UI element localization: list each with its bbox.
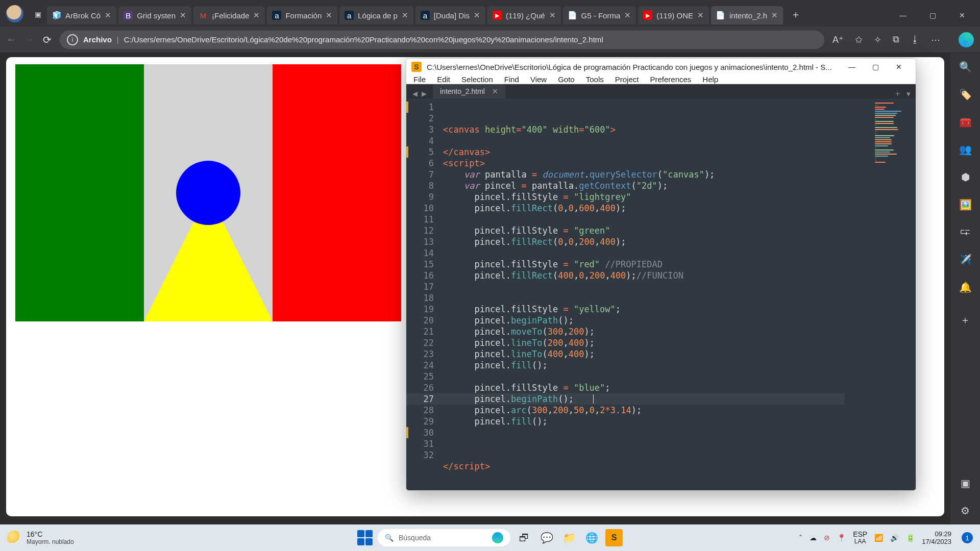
close-icon[interactable]: ✕ xyxy=(180,11,186,20)
taskview-icon[interactable]: 🗗 xyxy=(516,529,533,546)
tab-g5[interactable]: 📄 G5 - Forma ✕ xyxy=(563,6,636,24)
maximize-button[interactable]: ▢ xyxy=(864,59,887,75)
editor-code[interactable]: <canvas height="400" width="600"> </canv… xyxy=(440,98,875,491)
canvas-output xyxy=(15,64,401,321)
add-icon[interactable]: ＋ xyxy=(959,313,972,327)
volume-icon[interactable]: 🔊 xyxy=(890,534,899,542)
sublime-filetab[interactable]: intento_2.html ✕ xyxy=(433,84,505,98)
address-bar[interactable]: i Archivo | C:/Users/ernes/OneDrive/Escr… xyxy=(60,31,824,49)
close-icon[interactable]: ✕ xyxy=(253,11,260,20)
edge-sidebar: 🔍 🏷️ 🧰 👥 ⬢ 🖼️ ⮓ ✈️ 🔔 ＋ ▣ ⚙ xyxy=(950,53,980,524)
clock[interactable]: 09:29 17/4/2023 xyxy=(922,530,951,545)
close-icon[interactable]: ✕ xyxy=(326,11,332,20)
sublime-titlebar[interactable]: S C:\Users\ernes\OneDrive\Escritorio\Lóg… xyxy=(406,59,916,75)
close-icon[interactable]: ✕ xyxy=(474,11,480,20)
refresh-button[interactable]: ⟳ xyxy=(43,34,52,46)
close-icon[interactable]: ✕ xyxy=(105,11,111,20)
alerts-icon[interactable]: 🔔 xyxy=(959,281,972,294)
close-icon[interactable]: ✕ xyxy=(492,87,498,95)
lang-top[interactable]: ESP xyxy=(853,531,867,538)
onedrive-icon[interactable]: ☁ xyxy=(810,534,817,542)
menu-selection[interactable]: Selection xyxy=(461,75,493,84)
favorites-bar-icon[interactable]: ✧ xyxy=(874,34,881,45)
browser-toolbar: ← → ⟳ i Archivo | C:/Users/ernes/OneDriv… xyxy=(0,27,980,53)
tab-youtube-2[interactable]: ▶ (119) ONE ✕ xyxy=(638,6,709,24)
wifi-icon[interactable]: 📶 xyxy=(874,534,883,542)
filetab-label: intento_2.html xyxy=(440,87,485,95)
more-icon[interactable]: ⋯ xyxy=(931,34,940,45)
close-icon[interactable]: ✕ xyxy=(697,11,704,20)
notification-badge[interactable]: 1 xyxy=(962,532,973,543)
sublime-taskbar-icon[interactable]: S xyxy=(605,529,623,546)
close-button[interactable]: ✕ xyxy=(887,59,911,75)
security-icon[interactable]: ⊘ xyxy=(824,534,830,542)
tab-alura-logica[interactable]: a Lógica de p ✕ xyxy=(339,6,413,24)
send-icon[interactable]: ✈️ xyxy=(959,253,972,266)
games-icon[interactable]: ⬢ xyxy=(959,170,972,184)
tab-prev-icon[interactable]: ◀ xyxy=(410,89,420,98)
search-icon[interactable]: 🔍 xyxy=(959,60,972,73)
minimize-button[interactable]: ― xyxy=(840,59,864,75)
weather-temp: 16°C xyxy=(27,530,74,538)
menu-file[interactable]: File xyxy=(413,75,426,84)
menu-help[interactable]: Help xyxy=(702,75,718,84)
close-icon[interactable]: ✕ xyxy=(402,11,408,20)
site-info-icon[interactable]: i xyxy=(67,34,78,45)
read-aloud-icon[interactable]: A⁺ xyxy=(832,34,844,45)
editor-minimap[interactable] xyxy=(875,98,916,491)
lang-bot[interactable]: LAA xyxy=(854,538,866,545)
close-icon[interactable]: ✕ xyxy=(549,11,556,20)
tab-alura-duda[interactable]: a [Duda] Dis ✕ xyxy=(415,6,485,24)
back-button[interactable]: ← xyxy=(6,34,16,45)
workspaces-icon[interactable]: ▣ xyxy=(30,6,46,22)
menu-tools[interactable]: Tools xyxy=(586,75,604,84)
tab-youtube-1[interactable]: ▶ (119) ¿Qué ✕ xyxy=(487,6,561,24)
close-icon[interactable]: ✕ xyxy=(624,11,631,20)
favorite-icon[interactable]: ✩ xyxy=(855,34,863,45)
profile-avatar[interactable] xyxy=(6,5,23,22)
canvas-svg xyxy=(15,64,401,321)
chevron-up-icon[interactable]: ˄ xyxy=(799,534,802,542)
tools-icon[interactable]: 🧰 xyxy=(959,115,972,129)
start-button[interactable] xyxy=(357,530,373,545)
people-icon[interactable]: 👥 xyxy=(959,143,972,156)
tab-gmail[interactable]: M ¡Felicidade ✕ xyxy=(193,6,265,24)
battery-icon[interactable]: 🔋 xyxy=(906,534,915,542)
menu-edit[interactable]: Edit xyxy=(437,75,450,84)
menu-view[interactable]: View xyxy=(530,75,547,84)
menu-project[interactable]: Project xyxy=(615,75,639,84)
shopping-icon[interactable]: 🏷️ xyxy=(959,88,972,101)
images-icon[interactable]: 🖼️ xyxy=(959,198,972,211)
explorer-icon[interactable]: 📁 xyxy=(560,529,578,546)
bing-icon[interactable] xyxy=(959,32,974,47)
weather-widget[interactable]: 16°C Mayorm. nublado xyxy=(7,530,74,545)
close-icon[interactable]: ✕ xyxy=(771,11,778,20)
tab-alura-formacion[interactable]: a Formación ✕ xyxy=(267,6,337,24)
close-button[interactable]: ✕ xyxy=(947,5,977,26)
menu-find[interactable]: Find xyxy=(504,75,519,84)
tab-arbrok[interactable]: 🧊 ArBrok Có ✕ xyxy=(47,6,116,24)
panel-icon[interactable]: ▣ xyxy=(959,477,972,490)
sublime-editor[interactable]: 1234567891011121314151617181920212223242… xyxy=(406,98,916,491)
collections-icon[interactable]: ⧉ xyxy=(893,34,899,45)
chat-icon[interactable]: 💬 xyxy=(538,529,555,546)
tab-next-icon[interactable]: ▶ xyxy=(420,89,429,98)
tab-label: ArBrok Có xyxy=(65,11,101,20)
taskbar-search[interactable]: 🔍 Búsqueda xyxy=(378,529,510,546)
downloads-icon[interactable]: ⭳ xyxy=(911,34,920,45)
settings-icon[interactable]: ⚙ xyxy=(959,504,972,517)
maximize-button[interactable]: ▢ xyxy=(918,5,947,26)
tab-bootstrap[interactable]: B Grid systen ✕ xyxy=(118,6,191,24)
tab-add-icon[interactable]: ＋ xyxy=(894,89,901,98)
menu-preferences[interactable]: Preferences xyxy=(650,75,691,84)
tab-menu-icon[interactable]: ▾ xyxy=(906,89,911,98)
location-icon[interactable]: 📍 xyxy=(837,534,846,542)
newtab-button[interactable]: ＋ xyxy=(788,7,803,22)
edge-icon[interactable]: 🌐 xyxy=(583,529,600,546)
favicon-icon: a xyxy=(421,11,430,20)
tab-intento2[interactable]: 📄 intento_2.h ✕ xyxy=(711,6,783,24)
drop-icon[interactable]: ⮓ xyxy=(959,226,972,239)
favicon-icon: 📄 xyxy=(716,11,725,20)
menu-goto[interactable]: Goto xyxy=(558,75,575,84)
minimize-button[interactable]: ― xyxy=(888,5,918,26)
